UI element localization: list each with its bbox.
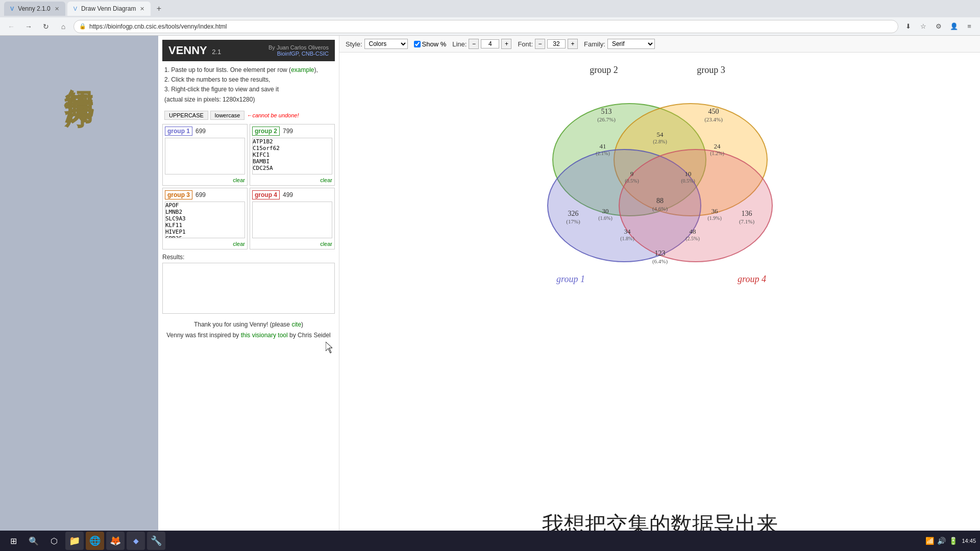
bioinfgp-link[interactable]: BioinfGP <box>277 51 299 57</box>
seg-10[interactable]: 10 <box>684 170 691 178</box>
seg-88-pct: (4.6%) <box>652 206 668 212</box>
group-1-clear[interactable]: clear <box>165 177 245 183</box>
group-3-textarea[interactable]: APOF LMNB2 SLC9A3 KLF11 HIVEP1 GPR35 <box>165 202 245 238</box>
font-increase-button[interactable]: + <box>568 39 578 49</box>
seg-48[interactable]: 48 <box>689 228 696 235</box>
cnb-link[interactable]: CNB-CSIC <box>302 51 329 57</box>
visionary-tool-link[interactable]: this visionary tool <box>241 332 288 339</box>
start-button[interactable]: ⊞ <box>4 532 22 550</box>
lowercase-button[interactable]: lowercase <box>210 111 245 120</box>
font-value-input[interactable] <box>547 39 566 48</box>
page-content: VENNY 2.1 By Juan Carlos Oliveros Bioinf… <box>158 36 980 551</box>
venny-title: VENNY <box>168 44 207 57</box>
seg-326[interactable]: 326 <box>568 210 578 217</box>
venny-header: VENNY 2.1 By Juan Carlos Oliveros Bioinf… <box>162 40 335 61</box>
menu-icon[interactable]: ≡ <box>963 20 976 33</box>
group-3-label[interactable]: group 3 <box>165 190 192 199</box>
chinese-sidebar-text: 纪伟讲测序 <box>63 66 95 77</box>
group-2-section: group 2 799 ATP1B2 C15orf62 KIFC1 BAMBI … <box>250 124 335 186</box>
seg-9[interactable]: 9 <box>630 170 633 178</box>
taskbar-files[interactable]: 📁 <box>65 532 84 550</box>
seg-41[interactable]: 41 <box>599 142 606 150</box>
case-buttons: UPPERCASE lowercase ←cannot be undone! <box>162 109 335 122</box>
left-sidebar: 纪伟讲测序 <box>0 36 158 551</box>
group-4-textarea[interactable] <box>252 202 332 238</box>
family-select[interactable]: Serif Sans-serif Monospace <box>607 39 655 49</box>
tab-draw-venn[interactable]: V Draw Venn Diagram ✕ <box>67 2 151 16</box>
venny-container: VENNY 2.1 By Juan Carlos Oliveros Bioinf… <box>158 36 980 551</box>
right-panel: Style: Colors BW Grayscale Show % Line: <box>339 36 980 551</box>
tab-close[interactable]: ✕ <box>140 6 144 12</box>
seg-136-pct: (7.1%) <box>739 218 754 225</box>
line-increase-button[interactable]: + <box>501 39 511 49</box>
taskbar-tool[interactable]: 🔧 <box>147 532 165 550</box>
seg-24[interactable]: 24 <box>714 142 721 150</box>
show-pct-checkbox[interactable] <box>414 41 421 47</box>
seg-54[interactable]: 54 <box>656 131 664 138</box>
back-button[interactable]: ← <box>4 19 18 34</box>
tab-label: Draw Venn Diagram <box>81 5 136 12</box>
address-bar[interactable]: 🔒 https://bioinfogp.cnb.csic.es/tools/ve… <box>74 20 898 33</box>
font-decrease-button[interactable]: − <box>535 39 545 49</box>
show-pct-label[interactable]: Show % <box>414 40 447 48</box>
group-1-section: group 1 699 clear <box>162 124 248 186</box>
tab-venny-old[interactable]: V Venny 2.1.0 ✕ <box>4 2 65 16</box>
group-4-label[interactable]: group 4 <box>252 190 280 199</box>
instruction-1: 1. Paste up to four lists. One element p… <box>164 65 333 75</box>
seg-36[interactable]: 36 <box>711 207 718 215</box>
seg-123[interactable]: 123 <box>654 249 665 257</box>
seg-450[interactable]: 450 <box>708 108 719 115</box>
extensions-icon[interactable]: ⚙ <box>932 20 945 33</box>
new-tab-button[interactable]: + <box>153 3 165 15</box>
style-select[interactable]: Colors BW Grayscale <box>364 39 408 49</box>
venny-version: 2.1 <box>212 48 221 56</box>
line-value-input[interactable] <box>481 39 499 48</box>
nav-bar: ← → ↻ ⌂ 🔒 https://bioinfogp.cnb.csic.es/… <box>0 17 980 36</box>
group-2-count: 799 <box>283 128 293 135</box>
lock-icon: 🔒 <box>79 23 86 30</box>
bookmarks-icon[interactable]: ☆ <box>917 20 930 33</box>
tab-close[interactable]: ✕ <box>55 6 59 12</box>
forward-button[interactable]: → <box>21 19 36 34</box>
seg-24-pct: (1.2%) <box>710 151 724 157</box>
downloads-icon[interactable]: ⬇ <box>901 20 915 33</box>
group1-label-text: group 1 <box>556 274 585 284</box>
cite-link[interactable]: cite <box>291 321 301 328</box>
seg-88[interactable]: 88 <box>656 197 664 205</box>
refresh-button[interactable]: ↻ <box>39 19 53 34</box>
uppercase-button[interactable]: UPPERCASE <box>164 111 208 120</box>
tab-favicon: V <box>74 6 77 12</box>
line-decrease-button[interactable]: − <box>469 39 479 49</box>
search-button[interactable]: 🔍 <box>24 532 43 550</box>
venny-title-group: VENNY 2.1 <box>168 44 221 57</box>
seg-34[interactable]: 34 <box>624 228 631 235</box>
group-3-clear[interactable]: clear <box>165 241 245 247</box>
seg-513[interactable]: 513 <box>601 108 611 115</box>
style-toolbar: Style: Colors BW Grayscale Show % Line: <box>339 36 980 53</box>
taskbar-fox[interactable]: 🦊 <box>106 532 125 550</box>
group-2-textarea[interactable]: ATP1B2 C15orf62 KIFC1 BAMBI CDC25A <box>252 138 332 174</box>
instruction-2: 2. Click the numbers to see the results, <box>164 75 333 85</box>
venn-diagram[interactable]: group 2 group 3 group 1 group 4 <box>527 58 793 292</box>
group-2-label[interactable]: group 2 <box>252 127 280 136</box>
credit-links: BioinfGP, CNB-CSIC <box>268 51 329 57</box>
taskbar-wd[interactable]: ◆ <box>127 532 145 550</box>
group-1-textarea[interactable] <box>165 138 245 174</box>
profile-icon[interactable]: 👤 <box>947 20 961 33</box>
group-2-clear[interactable]: clear <box>252 177 332 183</box>
group-1-label[interactable]: group 1 <box>165 127 192 136</box>
group-4-count: 499 <box>283 191 293 198</box>
time-text: 14:45 <box>962 537 976 544</box>
seg-136[interactable]: 136 <box>741 210 752 217</box>
instructions: 1. Paste up to four lists. One element p… <box>162 61 335 109</box>
results-textarea[interactable] <box>162 263 335 314</box>
group-4-clear[interactable]: clear <box>252 241 332 247</box>
seg-48-pct: (2.5%) <box>685 236 700 242</box>
url-text: https://bioinfogp.cnb.csic.es/tools/venn… <box>89 23 227 30</box>
groups-grid: group 1 699 clear group 2 799 ATP1B2 C15… <box>162 124 335 249</box>
home-button[interactable]: ⌂ <box>56 19 70 34</box>
taskbar-browser[interactable]: 🌐 <box>86 532 104 550</box>
example-link[interactable]: example <box>291 66 314 73</box>
seg-30[interactable]: 30 <box>602 207 608 215</box>
task-view-button[interactable]: ⬡ <box>45 532 63 550</box>
